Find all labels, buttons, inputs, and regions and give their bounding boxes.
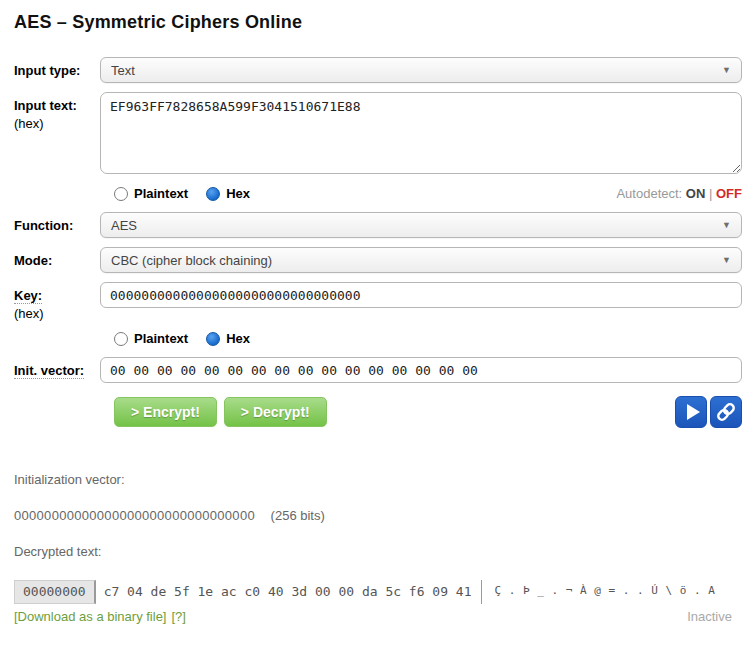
status-text: Inactive (687, 609, 742, 624)
hexdump-offset: 00000000 (14, 580, 96, 604)
input-text-row: Input text: (hex) EF963FF7828658A599F304… (14, 92, 742, 177)
input-plaintext-radio[interactable] (114, 187, 128, 201)
input-text-area[interactable]: EF963FF7828658A599F3041510671E88 (100, 92, 742, 174)
page-title: AES – Symmetric Ciphers Online (14, 12, 742, 33)
mode-label: Mode: (14, 247, 100, 270)
input-type-row: Input type: Text ▼ (14, 57, 742, 83)
input-type-select[interactable]: Text ▼ (100, 57, 742, 83)
output-section: Initialization vector: 00000000000000000… (14, 472, 742, 624)
decrypt-button[interactable]: > Decrypt! (224, 397, 327, 427)
key-label-main: Key: (14, 288, 42, 304)
input-type-selected-value: Text (111, 63, 722, 78)
mode-selected-value: CBC (cipher block chaining) (111, 253, 722, 268)
iv-output-line: 00000000000000000000000000000000 (256 bi… (14, 508, 742, 523)
key-format-row: Plaintext Hex (114, 331, 742, 346)
function-selected-value: AES (111, 218, 722, 233)
input-type-label: Input type: (14, 57, 100, 80)
key-label: Key: (hex) (14, 282, 100, 322)
play-icon (687, 404, 700, 420)
aes-tool-page: AES – Symmetric Ciphers Online Input typ… (0, 0, 752, 624)
key-plaintext-radio[interactable] (114, 332, 128, 346)
key-plaintext-radio-label[interactable]: Plaintext (134, 331, 188, 346)
key-input[interactable] (100, 282, 742, 308)
chevron-down-icon: ▼ (722, 255, 733, 265)
hexdump-ascii: Ç . Þ _ . ¬ À @ = . . Ú \ ö . A (481, 580, 715, 604)
permalink-button[interactable] (710, 396, 742, 428)
key-label-hex: (hex) (14, 305, 100, 323)
function-row: Function: AES ▼ (14, 212, 742, 238)
init-vector-label-main: Init. vector: (14, 363, 84, 379)
mode-select[interactable]: CBC (cipher block chaining) ▼ (100, 247, 742, 273)
function-select[interactable]: AES ▼ (100, 212, 742, 238)
download-binary-link[interactable]: [Download as a binary file] (14, 609, 166, 624)
key-row: Key: (hex) (14, 282, 742, 322)
autodetect-label: Autodetect: (616, 186, 682, 201)
decrypted-text-label: Decrypted text: (14, 544, 742, 559)
input-text-label-hex: (hex) (14, 115, 100, 133)
init-vector-input[interactable] (100, 357, 742, 383)
input-format-row: Plaintext Hex Autodetect: ON | OFF (114, 186, 742, 201)
key-hex-radio-label[interactable]: Hex (226, 331, 250, 346)
hexdump-footer: [Download as a binary file] [?] Inactive (14, 609, 742, 624)
autodetect-separator: | (709, 186, 712, 201)
autodetect-control: Autodetect: ON | OFF (616, 186, 742, 201)
hexdump-bytes: c7 04 de 5f 1e ac c0 40 3d 00 00 da 5c f… (96, 580, 472, 604)
init-vector-row: Init. vector: (14, 357, 742, 383)
chevron-down-icon: ▼ (722, 220, 733, 230)
chain-link-icon (714, 400, 738, 424)
key-hex-radio[interactable] (206, 332, 220, 346)
quick-action-icons (675, 396, 742, 428)
input-hex-radio[interactable] (206, 187, 220, 201)
autodetect-on-option[interactable]: ON (686, 186, 706, 201)
input-hex-radio-label[interactable]: Hex (226, 186, 250, 201)
mode-row: Mode: CBC (cipher block chaining) ▼ (14, 247, 742, 273)
help-link[interactable]: [?] (171, 609, 185, 624)
iv-output-bits: (256 bits) (271, 508, 325, 523)
init-vector-label: Init. vector: (14, 357, 100, 380)
hexdump-row: 00000000 c7 04 de 5f 1e ac c0 40 3d 00 0… (14, 580, 742, 604)
autodetect-off-option[interactable]: OFF (716, 186, 742, 201)
encrypt-button[interactable]: > Encrypt! (114, 397, 217, 427)
iv-output-label: Initialization vector: (14, 472, 742, 487)
actions-row: > Encrypt! > Decrypt! (114, 396, 742, 428)
input-text-label: Input text: (hex) (14, 92, 100, 132)
chevron-down-icon: ▼ (722, 65, 733, 75)
run-button[interactable] (675, 396, 707, 428)
function-label: Function: (14, 212, 100, 235)
input-text-label-main: Input text: (14, 98, 77, 113)
iv-output-value: 00000000000000000000000000000000 (14, 508, 255, 523)
input-plaintext-radio-label[interactable]: Plaintext (134, 186, 188, 201)
